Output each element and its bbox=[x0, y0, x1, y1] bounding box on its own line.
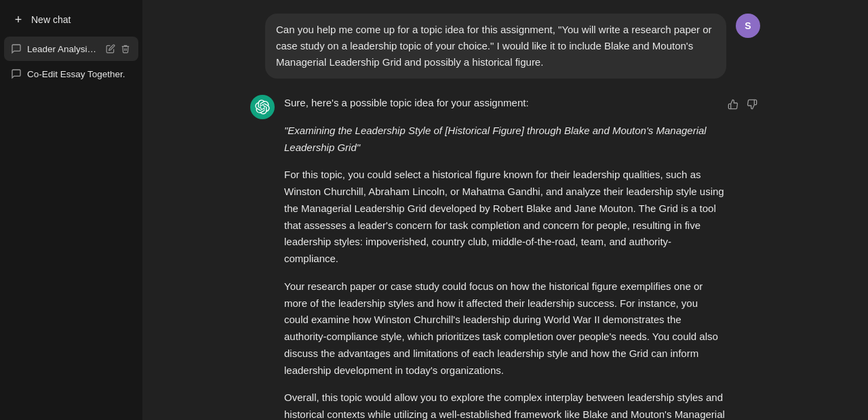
chat-bubble-icon-1 bbox=[11, 43, 22, 54]
chat-list: Leader Analysis w/ Bla bbox=[0, 34, 142, 88]
user-avatar: S bbox=[736, 14, 760, 38]
new-chat-label: New chat bbox=[31, 14, 71, 25]
sidebar-item-chat-1[interactable]: Leader Analysis w/ Bla bbox=[4, 37, 138, 61]
assistant-text-block: Sure, here's a possible topic idea for y… bbox=[284, 95, 725, 420]
plus-icon: + bbox=[12, 14, 24, 26]
delete-chat-button-1[interactable] bbox=[119, 43, 132, 55]
assistant-topic-title: "Examining the Leadership Style of [Hist… bbox=[284, 123, 725, 156]
assistant-paragraph-1: For this topic, you could select a histo… bbox=[284, 167, 725, 268]
main-chat-area: Can you help me come up for a topic idea… bbox=[142, 0, 868, 420]
sidebar: + New chat Leader Analysis w/ Bla bbox=[0, 0, 142, 420]
assistant-intro-text: Sure, here's a possible topic idea for y… bbox=[284, 95, 725, 420]
thumbs-down-button[interactable] bbox=[744, 96, 760, 112]
user-message: Can you help me come up for a topic idea… bbox=[250, 14, 760, 79]
assistant-avatar bbox=[250, 95, 275, 119]
edit-chat-button-1[interactable] bbox=[104, 43, 117, 55]
msg-header: Sure, here's a possible topic idea for y… bbox=[284, 95, 760, 420]
user-message-bubble: Can you help me come up for a topic idea… bbox=[265, 14, 726, 79]
sidebar-item-chat-2[interactable]: Co-Edit Essay Together. bbox=[4, 62, 138, 85]
message-container: Can you help me come up for a topic idea… bbox=[234, 14, 776, 420]
chat-label-2: Co-Edit Essay Together. bbox=[27, 69, 132, 79]
chat-bubble-icon-2 bbox=[11, 68, 22, 79]
assistant-paragraph-3: Overall, this topic would allow you to e… bbox=[284, 390, 725, 420]
thumbs-up-button[interactable] bbox=[725, 96, 741, 112]
user-message-text: Can you help me come up for a topic idea… bbox=[276, 24, 712, 68]
assistant-intro: Sure, here's a possible topic idea for y… bbox=[284, 95, 725, 112]
chat-label-1: Leader Analysis w/ Bla bbox=[27, 44, 99, 54]
assistant-content: Sure, here's a possible topic idea for y… bbox=[284, 95, 760, 420]
chat-actions-1 bbox=[104, 43, 132, 55]
feedback-buttons bbox=[725, 95, 760, 112]
assistant-message: Sure, here's a possible topic idea for y… bbox=[250, 95, 760, 420]
new-chat-button[interactable]: + New chat bbox=[4, 7, 138, 33]
user-avatar-initial: S bbox=[745, 20, 751, 31]
assistant-paragraph-2: Your research paper or case study could … bbox=[284, 278, 725, 379]
